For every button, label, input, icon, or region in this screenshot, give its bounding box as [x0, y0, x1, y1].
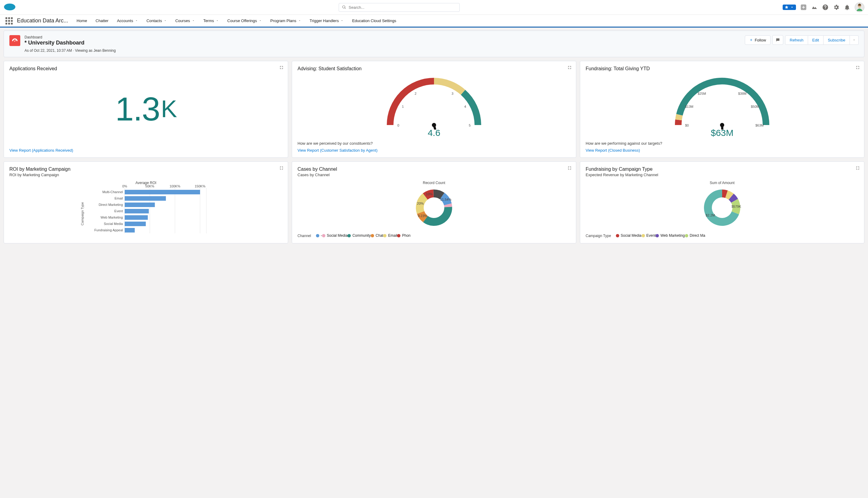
subscribe-button[interactable]: Subscribe — [824, 36, 850, 45]
expand-button[interactable] — [856, 166, 860, 171]
search-input[interactable] — [349, 5, 456, 10]
legend-item: Social Media — [616, 233, 642, 238]
svg-rect-36 — [125, 215, 148, 220]
card-title: Advising: Student Satisfaction — [297, 66, 571, 71]
expand-button[interactable] — [279, 65, 284, 70]
expand-button[interactable] — [567, 166, 572, 171]
svg-rect-28 — [125, 190, 200, 194]
follow-button[interactable]: Follow — [745, 36, 771, 45]
card-title: ROI by Marketing Campaign — [9, 167, 282, 172]
svg-text:1: 1 — [402, 105, 404, 108]
svg-text:Email: Email — [115, 196, 123, 200]
legend-item: Phon — [397, 233, 410, 238]
svg-text:0%: 0% — [122, 185, 127, 188]
more-menu-button[interactable] — [850, 36, 859, 45]
applications-metric: 1.3K — [9, 72, 282, 146]
nav-tab-trigger-handlers[interactable]: Trigger Handlers — [305, 15, 348, 27]
view-report-link[interactable]: View Report (Customer Satisfaction by Ag… — [297, 148, 377, 153]
svg-text:Social Media: Social Media — [104, 222, 123, 225]
svg-text:$25M: $25M — [698, 92, 706, 95]
svg-text:11.54%: 11.54% — [440, 198, 452, 201]
add-icon[interactable] — [800, 4, 807, 11]
card-subtitle: Cases by Channel — [297, 173, 571, 177]
expand-button[interactable] — [567, 65, 572, 70]
chevron-down-icon[interactable] — [216, 18, 219, 23]
nav-bar: Education Data Arc... HomeChatterAccount… — [0, 15, 868, 28]
svg-text:Fundraising Appeal: Fundraising Appeal — [94, 228, 123, 232]
nav-tab-education-cloud-settings[interactable]: Education Cloud Settings — [348, 15, 400, 27]
svg-text:Multi-Channel: Multi-Channel — [102, 190, 123, 194]
chevron-down-icon — [853, 38, 856, 41]
chart-title: Average ROI — [9, 181, 282, 185]
nav-tab-chatter[interactable]: Chatter — [91, 15, 113, 27]
nav-tab-courses[interactable]: Courses — [171, 15, 199, 27]
chevron-down-icon[interactable] — [340, 18, 344, 23]
svg-text:$13M: $13M — [685, 105, 693, 108]
legend-item: Event — [642, 233, 656, 238]
help-icon[interactable] — [822, 4, 829, 11]
setup-gear-icon[interactable] — [833, 4, 840, 11]
svg-text:Web Marketing: Web Marketing — [101, 215, 123, 219]
svg-text:20%: 20% — [417, 201, 424, 205]
edit-button[interactable]: Edit — [808, 36, 824, 45]
card-title: Fundraising by Campaign Type — [586, 167, 859, 172]
chevron-down-icon[interactable] — [259, 18, 262, 23]
svg-text:100K%: 100K% — [170, 185, 181, 188]
favorites-button[interactable] — [783, 4, 796, 10]
nav-tab-program-plans[interactable]: Program Plans — [266, 15, 305, 27]
legend-item: Chat — [371, 233, 383, 238]
app-launcher-icon[interactable] — [4, 16, 14, 26]
chevron-down-icon[interactable] — [192, 18, 195, 23]
page-title: * University Dashboard — [25, 40, 116, 46]
page-meta: As of Oct 22, 2021, 10:37 AM · Viewing a… — [25, 49, 116, 53]
chevron-down-icon[interactable] — [135, 18, 138, 23]
expand-button[interactable] — [279, 166, 284, 171]
svg-rect-38 — [125, 222, 146, 226]
svg-rect-30 — [125, 196, 166, 201]
nav-tab-course-offerings[interactable]: Course Offerings — [223, 15, 266, 27]
svg-text:$579K: $579K — [732, 205, 741, 208]
legend-item: Social Media — [322, 233, 348, 238]
nav-tab-accounts[interactable]: Accounts — [112, 15, 142, 27]
view-report-link[interactable]: View Report (Applications Received) — [9, 148, 73, 153]
svg-rect-34 — [125, 209, 149, 213]
plus-icon — [749, 38, 753, 42]
app-name: Education Data Arc... — [16, 17, 72, 24]
nav-tab-home[interactable]: Home — [72, 15, 91, 27]
chevron-down-icon — [790, 5, 794, 9]
svg-text:5: 5 — [469, 123, 471, 127]
legend-item: Community — [347, 233, 371, 238]
card-fundraising-campaign-type: Fundraising by Campaign Type Expected Re… — [580, 161, 864, 244]
svg-point-1 — [5, 5, 10, 9]
feed-button[interactable] — [772, 35, 783, 45]
card-footnote: How are we performing against our target… — [586, 141, 859, 146]
global-search[interactable] — [339, 3, 460, 12]
card-title: Cases by Channel — [297, 167, 571, 172]
card-student-satisfaction: Advising: Student Satisfaction 0 1 2 3 4 — [292, 61, 576, 158]
nav-tab-contacts[interactable]: Contacts — [142, 15, 171, 27]
legend-item: Direct Ma — [685, 233, 705, 238]
svg-text:2: 2 — [415, 92, 416, 95]
card-title: Fundraising: Total Giving YTD — [586, 66, 859, 71]
roi-bar-chart: 0% 50K% 100K% 150K% Multi-ChannelEmailDi… — [9, 185, 282, 238]
dashboard-action-group: Refresh Edit Subscribe — [785, 36, 859, 45]
satisfaction-gauge: 0 1 2 3 4 5 4.6 — [297, 75, 571, 138]
refresh-button[interactable]: Refresh — [785, 36, 808, 45]
view-report-link[interactable]: View Report (Closed Business) — [586, 148, 640, 153]
nav-tab-terms[interactable]: Terms — [199, 15, 223, 27]
notifications-bell-icon[interactable] — [844, 4, 851, 11]
svg-text:9.23%: 9.23% — [418, 214, 427, 218]
legend-item: Web Marketing — [656, 233, 685, 238]
svg-point-18 — [720, 123, 724, 127]
svg-text:$0: $0 — [685, 123, 689, 127]
gauge-value: 4.6 — [428, 128, 440, 138]
expand-button[interactable] — [856, 65, 860, 70]
fundraising-legend: Campaign Type Social MediaEventWeb Marke… — [586, 233, 859, 238]
card-title: Applications Received — [9, 66, 282, 71]
chevron-down-icon[interactable] — [298, 18, 301, 23]
card-subtitle: ROI by Marketing Campaign — [9, 173, 282, 177]
chevron-down-icon[interactable] — [164, 18, 167, 23]
trailhead-icon[interactable] — [811, 4, 818, 11]
user-avatar[interactable] — [855, 2, 864, 12]
card-footnote: How are we perceived by our constituents… — [297, 141, 571, 146]
